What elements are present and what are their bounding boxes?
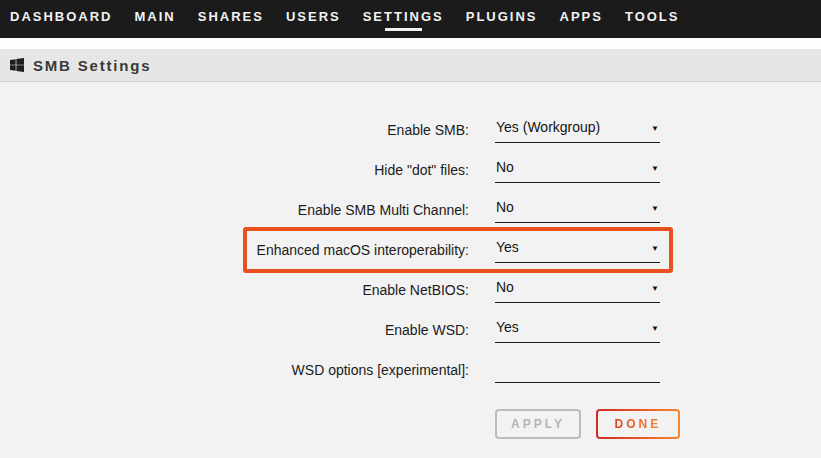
dropdown-arrow-icon: ▼ (651, 324, 659, 333)
enable-wsd-value: Yes (496, 319, 519, 335)
smb-multi-channel-select[interactable]: No ▼ (495, 197, 660, 223)
done-button-label: DONE (615, 417, 662, 431)
enable-netbios-select[interactable]: No ▼ (495, 277, 660, 303)
nav-item-dashboard[interactable]: DASHBOARD (10, 7, 113, 31)
enable-wsd-label: Enable WSD: (0, 322, 469, 338)
form-row-hide-dot-files: Hide "dot" files: No ▼ (0, 150, 821, 190)
form-row-wsd-options: WSD options [experimental]: (0, 350, 821, 390)
nav-item-apps[interactable]: APPS (560, 7, 603, 31)
page-title: SMB Settings (33, 57, 151, 74)
nav-item-plugins[interactable]: PLUGINS (466, 7, 538, 31)
form-row-enable-netbios: Enable NetBIOS: No ▼ (0, 270, 821, 310)
nav-item-shares[interactable]: SHARES (198, 7, 264, 31)
enhanced-macos-select[interactable]: Yes ▼ (495, 237, 660, 263)
dropdown-arrow-icon: ▼ (651, 244, 659, 253)
wsd-options-label: WSD options [experimental]: (0, 362, 469, 378)
nav-item-settings[interactable]: SETTINGS (363, 7, 444, 31)
form-row-smb-multi-channel: Enable SMB Multi Channel: No ▼ (0, 190, 821, 230)
windows-logo-icon (10, 58, 24, 72)
nav-item-tools[interactable]: TOOLS (625, 7, 680, 31)
enhanced-macos-label: Enhanced macOS interoperability: (0, 242, 469, 258)
enable-wsd-select[interactable]: Yes ▼ (495, 317, 660, 343)
form-row-enable-wsd: Enable WSD: Yes ▼ (0, 310, 821, 350)
nav-item-main[interactable]: MAIN (135, 7, 176, 31)
smb-multi-channel-value: No (496, 199, 514, 215)
enable-smb-value: Yes (Workgroup) (496, 119, 600, 135)
dropdown-arrow-icon: ▼ (651, 284, 659, 293)
smb-settings-form: Enable SMB: Yes (Workgroup) ▼ Hide "dot"… (0, 82, 821, 439)
wsd-options-input[interactable] (495, 357, 660, 383)
form-row-enhanced-macos: Enhanced macOS interoperability: Yes ▼ (0, 230, 821, 270)
enable-netbios-label: Enable NetBIOS: (0, 282, 469, 298)
form-buttons: APPLY DONE (495, 409, 821, 439)
hide-dot-files-label: Hide "dot" files: (0, 162, 469, 178)
top-navigation: DASHBOARD MAIN SHARES USERS SETTINGS PLU… (0, 0, 821, 38)
done-button[interactable]: DONE (596, 409, 680, 439)
nav-item-users[interactable]: USERS (286, 7, 341, 31)
page-header: SMB Settings (0, 49, 821, 82)
spacer-strip (0, 38, 821, 49)
smb-multi-channel-label: Enable SMB Multi Channel: (0, 202, 469, 218)
hide-dot-files-select[interactable]: No ▼ (495, 157, 660, 183)
form-row-enable-smb: Enable SMB: Yes (Workgroup) ▼ (0, 110, 821, 150)
enhanced-macos-value: Yes (496, 239, 519, 255)
apply-button[interactable]: APPLY (495, 409, 581, 439)
dropdown-arrow-icon: ▼ (651, 204, 659, 213)
dropdown-arrow-icon: ▼ (651, 164, 659, 173)
enable-smb-label: Enable SMB: (0, 122, 469, 138)
hide-dot-files-value: No (496, 159, 514, 175)
enable-smb-select[interactable]: Yes (Workgroup) ▼ (495, 117, 660, 143)
enable-netbios-value: No (496, 279, 514, 295)
dropdown-arrow-icon: ▼ (651, 124, 659, 133)
